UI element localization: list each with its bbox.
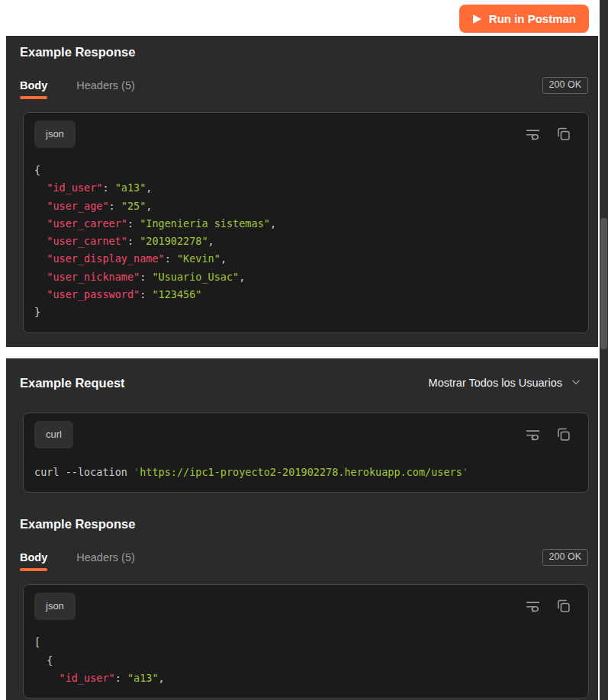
code-content-curl: curl --location 'https://ipc1-proyecto2-… [34,464,577,481]
copy-icon[interactable] [555,126,571,142]
page-scrollbar[interactable] [600,0,608,700]
code-content-json-1: { "id_user": "a13", "user_age": "25", "u… [34,162,577,322]
active-tab-underline [20,96,47,99]
copy-icon[interactable] [555,598,571,614]
response-tabs-2: Body Headers (5) 200 OK [20,549,588,566]
code-actions [525,421,577,442]
code-block-header: curl [34,421,577,448]
json-code-block-1: json { "id_user": "a13", "user_age": "25… [23,112,589,333]
panel-gap [0,347,608,358]
language-chip-1: json [34,120,76,148]
language-chip-curl: curl [34,421,73,448]
code-actions [525,120,577,142]
tab-headers-1[interactable]: Headers (5) [76,79,135,92]
copy-icon[interactable] [555,426,571,442]
example-selector-dropdown[interactable]: Mostrar Todos los Usuarios [429,377,581,390]
json-code-block-2: json [ { "id_user": "a13", [23,584,589,698]
request-header-row: Example Request Mostrar Todos los Usuari… [6,358,598,391]
tab-body-2[interactable]: Body [20,551,47,564]
tab-body-1[interactable]: Body [20,79,47,92]
status-badge-2: 200 OK [542,549,588,566]
active-tab-underline [20,568,47,571]
example-response-heading-2: Example Response [6,493,598,532]
tab-headers-2[interactable]: Headers (5) [76,551,135,564]
run-in-postman-button[interactable]: Run in Postman [459,5,589,33]
code-block-header: json [34,592,577,620]
code-content-json-2: [ { "id_user": "a13", [34,634,577,687]
example-selector-label: Mostrar Todos los Usuarios [429,377,562,389]
chevron-down-icon [571,377,581,390]
code-block-header: json [34,120,577,148]
curl-code-block: curl curl --location 'https://ipc1-proye… [23,413,589,493]
code-actions [525,592,577,614]
page-scrollbar-thumb[interactable] [600,218,607,349]
example-response-heading-1: Example Response [6,36,598,60]
wrap-text-icon[interactable] [525,426,541,442]
run-in-postman-label: Run in Postman [489,12,576,25]
play-icon [472,14,482,24]
example-response-panel-1: Example Response Body Headers (5) 200 OK… [6,36,598,347]
status-badge-1: 200 OK [542,77,588,94]
topbar: Run in Postman [0,0,608,36]
wrap-text-icon[interactable] [525,598,541,614]
example-request-heading: Example Request [20,374,125,391]
example-request-panel: Example Request Mostrar Todos los Usuari… [6,358,598,700]
wrap-text-icon[interactable] [525,126,541,142]
response-tabs-1: Body Headers (5) 200 OK [20,77,588,94]
language-chip-2: json [34,592,76,620]
